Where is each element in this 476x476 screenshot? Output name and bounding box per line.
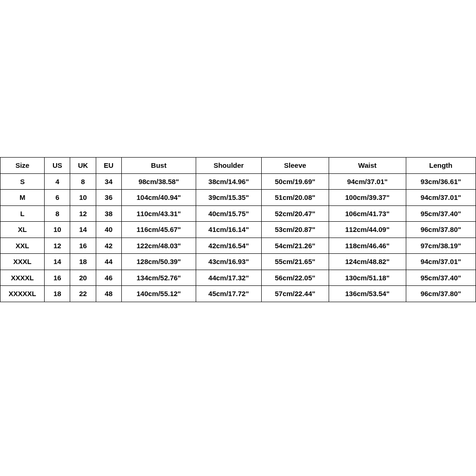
cell-eu: 36 (96, 190, 121, 206)
cell-uk: 12 (70, 205, 96, 222)
cell-length: 94cm/37.01" (406, 190, 476, 206)
cell-bust: 104cm/40.94" (121, 190, 196, 206)
cell-eu: 40 (96, 222, 121, 238)
table-header-row: Size US UK EU Bust Shoulder Sleeve Waist… (0, 158, 476, 174)
cell-uk: 10 (70, 190, 96, 206)
cell-eu: 46 (96, 270, 121, 286)
cell-uk: 16 (70, 238, 96, 254)
cell-sleeve: 57cm/22.44" (261, 286, 329, 302)
header-uk: UK (70, 158, 96, 174)
cell-size: XL (0, 222, 45, 238)
cell-length: 94cm/37.01" (406, 254, 476, 270)
cell-us: 4 (45, 173, 70, 190)
cell-sleeve: 53cm/20.87" (261, 222, 329, 238)
cell-sleeve: 56cm/22.05" (261, 270, 329, 286)
cell-bust: 134cm/52.76" (121, 270, 196, 286)
cell-sleeve: 52cm/20.47" (261, 205, 329, 222)
size-chart-container: Size US UK EU Bust Shoulder Sleeve Waist… (0, 157, 476, 302)
header-waist: Waist (329, 158, 406, 174)
header-shoulder: Shoulder (196, 158, 261, 174)
size-chart-table: Size US UK EU Bust Shoulder Sleeve Waist… (0, 157, 476, 302)
table-row: XL101440116cm/45.67"41cm/16.14"53cm/20.8… (0, 222, 476, 238)
cell-size: XXL (0, 238, 45, 254)
table-row: XXXL141844128cm/50.39"43cm/16.93"55cm/21… (0, 254, 476, 270)
cell-us: 18 (45, 286, 70, 302)
cell-shoulder: 43cm/16.93" (196, 254, 261, 270)
cell-waist: 112cm/44.09" (329, 222, 406, 238)
table-row: L81238110cm/43.31"40cm/15.75"52cm/20.47"… (0, 205, 476, 222)
cell-bust: 110cm/43.31" (121, 205, 196, 222)
cell-eu: 34 (96, 173, 121, 190)
header-length: Length (406, 158, 476, 174)
cell-shoulder: 39cm/15.35" (196, 190, 261, 206)
cell-waist: 124cm/48.82" (329, 254, 406, 270)
cell-shoulder: 45cm/17.72" (196, 286, 261, 302)
cell-sleeve: 55cm/21.65" (261, 254, 329, 270)
cell-length: 95cm/37.40" (406, 205, 476, 222)
cell-size: XXXXXL (0, 286, 45, 302)
cell-us: 14 (45, 254, 70, 270)
cell-us: 16 (45, 270, 70, 286)
table-body: S483498cm/38.58"38cm/14.96"50cm/19.69"94… (0, 173, 476, 302)
cell-length: 97cm/38.19" (406, 238, 476, 254)
cell-waist: 130cm/51.18" (329, 270, 406, 286)
table-row: S483498cm/38.58"38cm/14.96"50cm/19.69"94… (0, 173, 476, 190)
cell-uk: 20 (70, 270, 96, 286)
cell-shoulder: 42cm/16.54" (196, 238, 261, 254)
cell-size: M (0, 190, 45, 206)
cell-size: XXXL (0, 254, 45, 270)
cell-waist: 118cm/46.46" (329, 238, 406, 254)
cell-bust: 98cm/38.58" (121, 173, 196, 190)
table-row: M61036104cm/40.94"39cm/15.35"51cm/20.08"… (0, 190, 476, 206)
cell-size: XXXXL (0, 270, 45, 286)
cell-length: 93cm/36.61" (406, 173, 476, 190)
cell-sleeve: 51cm/20.08" (261, 190, 329, 206)
cell-shoulder: 40cm/15.75" (196, 205, 261, 222)
cell-waist: 94cm/37.01" (329, 173, 406, 190)
cell-length: 95cm/37.40" (406, 270, 476, 286)
header-eu: EU (96, 158, 121, 174)
header-size: Size (0, 158, 45, 174)
cell-eu: 42 (96, 238, 121, 254)
cell-uk: 18 (70, 254, 96, 270)
table-row: XXL121642122cm/48.03"42cm/16.54"54cm/21.… (0, 238, 476, 254)
cell-length: 96cm/37.80" (406, 222, 476, 238)
cell-sleeve: 50cm/19.69" (261, 173, 329, 190)
cell-waist: 136cm/53.54" (329, 286, 406, 302)
header-sleeve: Sleeve (261, 158, 329, 174)
cell-waist: 106cm/41.73" (329, 205, 406, 222)
cell-eu: 48 (96, 286, 121, 302)
cell-eu: 38 (96, 205, 121, 222)
cell-us: 6 (45, 190, 70, 206)
cell-uk: 22 (70, 286, 96, 302)
cell-bust: 116cm/45.67" (121, 222, 196, 238)
cell-uk: 8 (70, 173, 96, 190)
cell-us: 12 (45, 238, 70, 254)
table-row: XXXXL162046134cm/52.76"44cm/17.32"56cm/2… (0, 270, 476, 286)
cell-sleeve: 54cm/21.26" (261, 238, 329, 254)
table-row: XXXXXL182248140cm/55.12"45cm/17.72"57cm/… (0, 286, 476, 302)
cell-bust: 122cm/48.03" (121, 238, 196, 254)
cell-uk: 14 (70, 222, 96, 238)
cell-eu: 44 (96, 254, 121, 270)
cell-size: S (0, 173, 45, 190)
cell-waist: 100cm/39.37" (329, 190, 406, 206)
cell-us: 10 (45, 222, 70, 238)
cell-shoulder: 38cm/14.96" (196, 173, 261, 190)
cell-size: L (0, 205, 45, 222)
cell-bust: 128cm/50.39" (121, 254, 196, 270)
header-us: US (45, 158, 70, 174)
cell-bust: 140cm/55.12" (121, 286, 196, 302)
cell-us: 8 (45, 205, 70, 222)
cell-length: 96cm/37.80" (406, 286, 476, 302)
cell-shoulder: 44cm/17.32" (196, 270, 261, 286)
cell-shoulder: 41cm/16.14" (196, 222, 261, 238)
header-bust: Bust (121, 158, 196, 174)
